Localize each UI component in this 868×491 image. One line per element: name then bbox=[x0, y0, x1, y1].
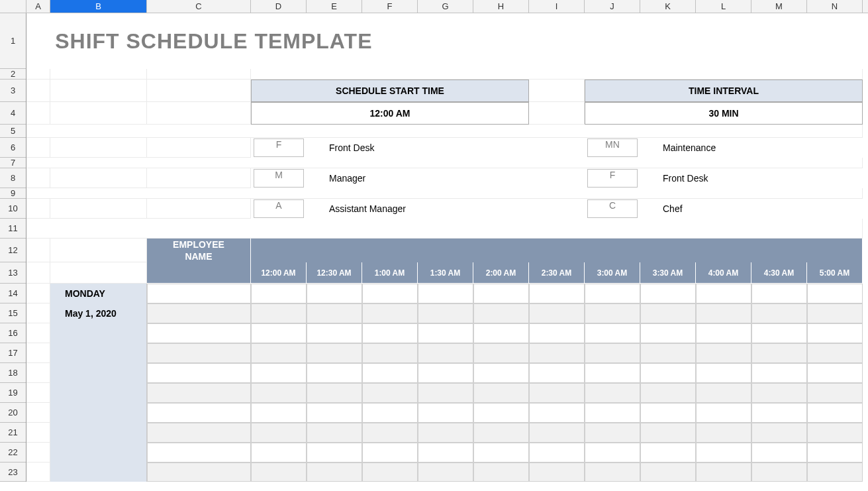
data-cell[interactable] bbox=[362, 463, 418, 482]
data-cell[interactable] bbox=[696, 363, 751, 383]
cell-C3[interactable] bbox=[147, 80, 251, 102]
row-header-9[interactable]: 9 bbox=[0, 188, 26, 199]
row-header-15[interactable]: 15 bbox=[0, 303, 26, 323]
row-header-8[interactable]: 8 bbox=[0, 168, 26, 188]
cell-B8[interactable] bbox=[50, 168, 147, 188]
row-header-22[interactable]: 22 bbox=[0, 443, 26, 463]
data-cell[interactable] bbox=[251, 403, 307, 423]
data-cell[interactable] bbox=[640, 323, 696, 343]
cell-B3[interactable] bbox=[50, 80, 147, 102]
data-cell[interactable] bbox=[473, 323, 529, 343]
data-cell[interactable] bbox=[696, 284, 751, 303]
employee-cell-21[interactable] bbox=[147, 423, 251, 443]
col-header-H[interactable]: H bbox=[473, 0, 529, 13]
legend-label-assistant-manager[interactable]: Assistant Manager bbox=[307, 199, 529, 219]
time-col-9[interactable]: 4:30 AM bbox=[751, 262, 807, 284]
col-header-K[interactable]: K bbox=[640, 0, 696, 13]
data-cell[interactable] bbox=[696, 303, 751, 323]
data-cell[interactable] bbox=[751, 423, 807, 443]
cell-B13[interactable] bbox=[50, 262, 147, 284]
data-cell[interactable] bbox=[418, 423, 473, 443]
employee-cell-20[interactable] bbox=[147, 403, 251, 423]
data-cell[interactable] bbox=[418, 443, 473, 463]
row-header-19[interactable]: 19 bbox=[0, 383, 26, 403]
time-interval-label[interactable]: TIME INTERVAL bbox=[585, 80, 863, 102]
col-header-N[interactable]: N bbox=[807, 0, 863, 13]
cell-A23[interactable] bbox=[26, 463, 50, 482]
data-cell[interactable] bbox=[585, 443, 640, 463]
data-cell[interactable] bbox=[473, 363, 529, 383]
row-header-12[interactable]: 12 bbox=[0, 239, 26, 262]
col-header-L[interactable]: L bbox=[696, 0, 751, 13]
data-cell[interactable] bbox=[640, 463, 696, 482]
row-header-6[interactable]: 6 bbox=[0, 138, 26, 158]
row-header-11[interactable]: 11 bbox=[0, 219, 26, 239]
data-cell[interactable] bbox=[362, 363, 418, 383]
cell-A2[interactable] bbox=[26, 69, 50, 80]
data-cell[interactable] bbox=[362, 383, 418, 403]
data-cell[interactable] bbox=[307, 343, 362, 363]
data-cell[interactable] bbox=[751, 323, 807, 343]
data-cell[interactable] bbox=[251, 463, 307, 482]
data-cell[interactable] bbox=[251, 443, 307, 463]
data-cell[interactable] bbox=[529, 284, 585, 303]
row-header-10[interactable]: 10 bbox=[0, 199, 26, 219]
data-cell[interactable] bbox=[362, 303, 418, 323]
cell-row7[interactable] bbox=[26, 158, 863, 168]
day-col-blank[interactable] bbox=[50, 443, 147, 463]
day-date[interactable]: May 1, 2020 bbox=[50, 303, 147, 323]
day-col-blank[interactable] bbox=[50, 403, 147, 423]
time-col-6[interactable]: 3:00 AM bbox=[585, 262, 640, 284]
row-header-4[interactable]: 4 bbox=[0, 102, 26, 125]
cell-A3[interactable] bbox=[26, 80, 50, 102]
cell-row11[interactable] bbox=[26, 219, 863, 239]
data-cell[interactable] bbox=[529, 403, 585, 423]
data-cell[interactable] bbox=[307, 303, 362, 323]
cell-B12[interactable] bbox=[50, 239, 147, 262]
day-col-blank[interactable] bbox=[50, 423, 147, 443]
time-col-4[interactable]: 2:00 AM bbox=[473, 262, 529, 284]
cell-A8[interactable] bbox=[26, 168, 50, 188]
col-header-E[interactable]: E bbox=[307, 0, 362, 13]
data-cell[interactable] bbox=[640, 363, 696, 383]
legend-label-chef[interactable]: Chef bbox=[640, 199, 863, 219]
data-cell[interactable] bbox=[696, 323, 751, 343]
cell-B4[interactable] bbox=[50, 102, 147, 125]
legend-code-A[interactable]: A bbox=[254, 199, 304, 218]
time-col-7[interactable]: 3:30 AM bbox=[640, 262, 696, 284]
row-header-18[interactable]: 18 bbox=[0, 363, 26, 383]
employee-cell-16[interactable] bbox=[147, 323, 251, 343]
data-cell[interactable] bbox=[585, 343, 640, 363]
data-cell[interactable] bbox=[251, 323, 307, 343]
cell-gap-r4[interactable] bbox=[529, 102, 585, 125]
data-cell[interactable] bbox=[807, 443, 863, 463]
data-cell[interactable] bbox=[418, 343, 473, 363]
legend-label-manager[interactable]: Manager bbox=[307, 168, 529, 188]
data-cell[interactable] bbox=[807, 383, 863, 403]
data-cell[interactable] bbox=[473, 423, 529, 443]
cell-A6[interactable] bbox=[26, 138, 50, 158]
cell-A18[interactable] bbox=[26, 363, 50, 383]
data-cell[interactable] bbox=[585, 423, 640, 443]
row-header-16[interactable]: 16 bbox=[0, 323, 26, 343]
data-cell[interactable] bbox=[640, 303, 696, 323]
cell-row5[interactable] bbox=[26, 125, 863, 138]
data-cell[interactable] bbox=[418, 463, 473, 482]
data-cell[interactable] bbox=[362, 423, 418, 443]
row-header-23[interactable]: 23 bbox=[0, 463, 26, 482]
time-header-bar[interactable] bbox=[251, 239, 863, 262]
cell-A4[interactable] bbox=[26, 102, 50, 125]
data-cell[interactable] bbox=[251, 284, 307, 303]
data-cell[interactable] bbox=[418, 403, 473, 423]
page-title[interactable]: SHIFT SCHEDULE TEMPLATE bbox=[50, 13, 868, 69]
data-cell[interactable] bbox=[251, 343, 307, 363]
row-header-14[interactable]: 14 bbox=[0, 284, 26, 303]
col-header-C[interactable]: C bbox=[147, 0, 251, 13]
data-cell[interactable] bbox=[696, 383, 751, 403]
data-cell[interactable] bbox=[418, 363, 473, 383]
legend-code-F[interactable]: F bbox=[254, 138, 304, 157]
row-header-20[interactable]: 20 bbox=[0, 403, 26, 423]
time-col-1[interactable]: 12:30 AM bbox=[307, 262, 362, 284]
col-header-G[interactable]: G bbox=[418, 0, 473, 13]
employee-name-header-top[interactable]: EMPLOYEENAME bbox=[147, 239, 251, 262]
